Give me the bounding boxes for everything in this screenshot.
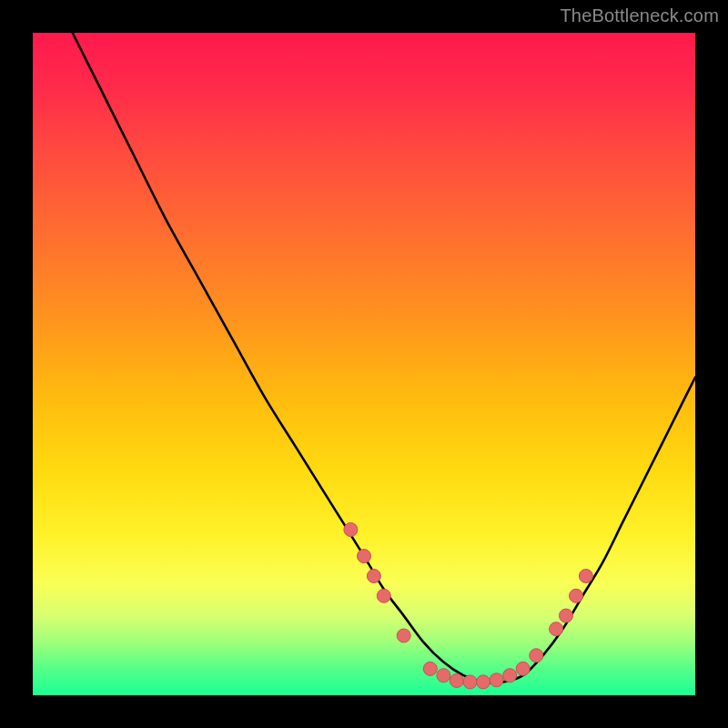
dot	[423, 662, 437, 675]
dot	[358, 550, 371, 563]
dot	[450, 674, 463, 688]
dot	[579, 570, 592, 583]
bottleneck-curve	[73, 33, 695, 682]
dot	[550, 622, 563, 636]
dot	[437, 669, 450, 682]
dot	[477, 675, 490, 689]
dot	[490, 673, 503, 687]
dot	[397, 629, 410, 642]
chart-svg	[33, 33, 695, 695]
highlighted-dots	[344, 523, 593, 689]
watermark-text: TheBottleneck.com	[560, 5, 719, 26]
dot	[463, 675, 477, 689]
dot	[530, 649, 543, 662]
dot	[516, 662, 530, 675]
dot	[560, 609, 573, 622]
plot-area	[33, 33, 695, 695]
dot	[367, 570, 380, 583]
dot	[344, 523, 358, 537]
dot	[570, 589, 583, 602]
dot	[503, 669, 517, 682]
chart-frame: TheBottleneck.com	[0, 0, 728, 728]
dot	[377, 589, 390, 602]
